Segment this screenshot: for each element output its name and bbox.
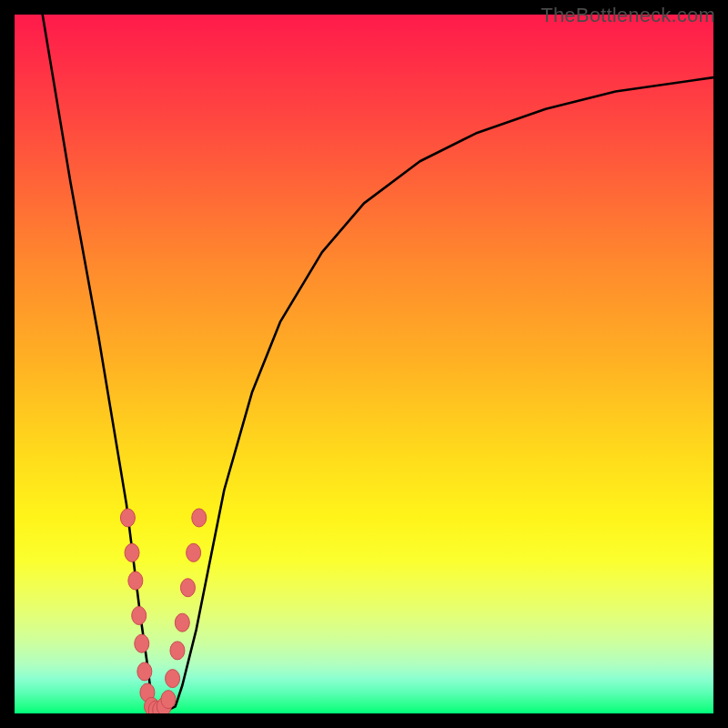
curve-bead bbox=[192, 509, 207, 527]
bottleneck-curve bbox=[43, 15, 713, 710]
curve-bead bbox=[137, 662, 152, 681]
curve-bead bbox=[125, 543, 139, 561]
curve-bead bbox=[175, 613, 189, 632]
watermark-text: TheBottleneck.com bbox=[541, 4, 715, 27]
curve-bead bbox=[128, 571, 143, 590]
plot-area bbox=[15, 15, 713, 713]
curve-bead bbox=[135, 634, 149, 652]
curve-layer bbox=[15, 15, 713, 713]
curve-bead bbox=[161, 691, 176, 709]
curve-bead bbox=[120, 509, 135, 527]
curve-bead bbox=[166, 670, 180, 688]
curve-bead bbox=[170, 642, 185, 660]
chart-frame: TheBottleneck.com bbox=[0, 0, 728, 728]
curve-bead bbox=[180, 579, 195, 597]
curve-bead bbox=[132, 606, 147, 624]
curve-bead bbox=[187, 543, 201, 561]
